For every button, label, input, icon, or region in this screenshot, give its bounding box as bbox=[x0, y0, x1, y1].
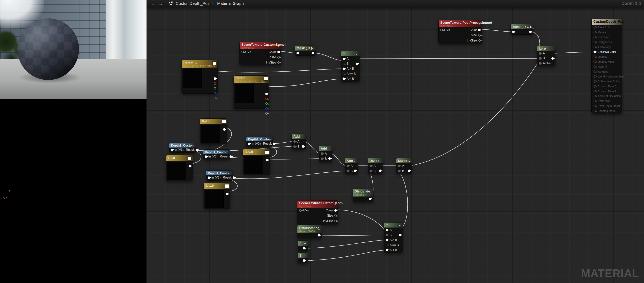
node-param[interactable]: ParamParam (0.188,0.9,0.111,1) bbox=[234, 76, 269, 108]
input-pin[interactable] bbox=[539, 62, 541, 65]
chevron-down-icon[interactable]: ⌄ bbox=[328, 146, 331, 150]
output-pin[interactable] bbox=[379, 170, 382, 172]
input-pin[interactable] bbox=[370, 164, 372, 167]
chevron-down-icon[interactable]: ⌄ bbox=[551, 46, 554, 50]
input-pin[interactable] bbox=[440, 29, 443, 31]
output-pin[interactable] bbox=[303, 247, 305, 250]
output-pin[interactable] bbox=[334, 220, 337, 222]
input-pin[interactable] bbox=[594, 110, 596, 112]
output-pin[interactable] bbox=[226, 193, 228, 195]
output-pin[interactable] bbox=[277, 51, 280, 53]
input-pin[interactable] bbox=[294, 140, 296, 143]
input-pin[interactable] bbox=[594, 36, 596, 38]
chevron-down-icon[interactable]: ⌄ bbox=[277, 44, 280, 48]
node-mask-r[interactable]: Mask ( R )⌄ bbox=[295, 46, 316, 56]
input-pin[interactable] bbox=[594, 26, 596, 28]
input-pin[interactable] bbox=[242, 51, 244, 53]
output-pin[interactable] bbox=[399, 234, 401, 236]
input-pin[interactable] bbox=[294, 146, 296, 148]
input-pin[interactable] bbox=[594, 60, 596, 63]
output-pin[interactable] bbox=[334, 209, 337, 212]
output-pin[interactable] bbox=[223, 128, 226, 131]
node-add-1[interactable]: Add⌄ AB bbox=[292, 134, 306, 149]
input-pin[interactable] bbox=[594, 85, 596, 88]
node-const-1-0-0[interactable]: 1,0,0 bbox=[166, 155, 192, 181]
input-pin[interactable] bbox=[205, 155, 207, 158]
input-pin[interactable] bbox=[539, 52, 541, 55]
chevron-down-icon[interactable]: ⌄ bbox=[354, 159, 356, 163]
node-add-2[interactable]: Add⌄ AB bbox=[319, 146, 332, 162]
node-depth-custom-d[interactable]: Depth1_Custom In (V3)Result bbox=[206, 171, 232, 180]
output-pin[interactable] bbox=[273, 142, 275, 145]
output-pin[interactable] bbox=[232, 176, 235, 179]
channel-pin[interactable] bbox=[214, 92, 216, 94]
input-pin[interactable] bbox=[386, 229, 388, 231]
input-pin[interactable] bbox=[342, 68, 345, 70]
node-lerp[interactable]: Lerp⌄ ABAlpha bbox=[537, 46, 555, 66]
chevron-down-icon[interactable]: ⌄ bbox=[379, 159, 382, 163]
node-material-output[interactable]: CustomDepth_PosBase ColorMetallicSpecula… bbox=[592, 19, 622, 113]
chevron-down-icon[interactable]: ⌄ bbox=[478, 22, 480, 26]
input-pin[interactable] bbox=[594, 75, 596, 78]
node-depth-custom-a[interactable]: Depth1_Custom In (V3)Result bbox=[169, 143, 196, 152]
chevron-down-icon[interactable]: ⌄ bbox=[356, 52, 358, 56]
preview-toggle-square[interactable] bbox=[264, 77, 268, 80]
input-pin[interactable] bbox=[386, 239, 388, 241]
input-pin[interactable] bbox=[171, 149, 173, 151]
input-pin[interactable] bbox=[398, 170, 400, 172]
chevron-down-icon[interactable]: ⌄ bbox=[312, 46, 314, 50]
output-pin[interactable] bbox=[478, 39, 481, 42]
output-pin[interactable] bbox=[303, 259, 305, 262]
channel-pin[interactable] bbox=[214, 87, 216, 90]
channel-pin[interactable] bbox=[265, 107, 268, 110]
input-pin[interactable] bbox=[342, 58, 345, 60]
input-pin[interactable] bbox=[594, 105, 596, 107]
input-pin[interactable] bbox=[346, 170, 349, 172]
node-const-neg1-0-0[interactable]: -1,0,0 bbox=[243, 149, 270, 175]
channel-pin[interactable] bbox=[265, 102, 268, 105]
output-pin[interactable] bbox=[277, 56, 280, 58]
preview-toggle-square[interactable] bbox=[188, 157, 191, 160]
preview-toggle-square[interactable] bbox=[222, 120, 226, 124]
forward-arrow-icon[interactable]: → bbox=[158, 1, 163, 6]
preview-toggle-square[interactable] bbox=[265, 150, 269, 154]
preview-toggle-square[interactable] bbox=[213, 62, 216, 65]
output-pin[interactable] bbox=[277, 61, 280, 64]
output-pin[interactable] bbox=[312, 52, 314, 54]
node-add-3[interactable]: Add⌄ AB bbox=[345, 158, 358, 174]
chevron-down-icon[interactable]: ⌄ bbox=[304, 241, 306, 245]
back-arrow-icon[interactable]: ← bbox=[151, 1, 156, 6]
output-pin[interactable] bbox=[265, 92, 268, 95]
input-pin[interactable] bbox=[594, 80, 596, 83]
input-pin[interactable] bbox=[386, 244, 388, 246]
input-pin[interactable] bbox=[594, 56, 596, 58]
node-multiply[interactable]: Multiply⌄ AB bbox=[396, 158, 412, 174]
node-const-0-neg1-0-top[interactable]: 0,-1,0 bbox=[200, 119, 227, 144]
channel-pin[interactable] bbox=[265, 98, 268, 100]
input-pin[interactable] bbox=[346, 164, 349, 167]
node-param-1[interactable]: Param_1Param (0.9,0.172,0.316,1) bbox=[182, 60, 218, 94]
chevron-down-icon[interactable]: ⌄ bbox=[304, 253, 306, 257]
input-pin[interactable] bbox=[321, 158, 323, 160]
chevron-down-icon[interactable]: ⌄ bbox=[529, 25, 532, 29]
input-pin[interactable] bbox=[594, 95, 596, 98]
output-pin[interactable] bbox=[328, 157, 331, 160]
node-depth-custom-c[interactable]: Depth1_Custom In (V3)Result bbox=[246, 137, 272, 147]
input-pin[interactable] bbox=[594, 100, 596, 102]
preview-toggle-square[interactable] bbox=[225, 184, 229, 188]
chevron-down-icon[interactable]: ⌄ bbox=[398, 223, 401, 227]
input-pin[interactable] bbox=[594, 31, 596, 34]
output-pin[interactable] bbox=[266, 159, 268, 161]
node-mask-rgb[interactable]: Mask ( R G B )⌄ bbox=[511, 24, 533, 34]
input-pin[interactable] bbox=[594, 70, 596, 73]
input-pin[interactable] bbox=[386, 234, 388, 236]
node-depth-custom-b[interactable]: Depth1_Custom In (V3)Result bbox=[203, 150, 230, 159]
node-divide-de[interactable]: Divide_deParam (4)⌄ bbox=[353, 189, 373, 202]
output-pin[interactable] bbox=[529, 30, 532, 33]
node-off-distance[interactable]: OffDisstanceParam (1000)⌄ bbox=[298, 226, 322, 238]
input-pin[interactable] bbox=[594, 90, 596, 92]
node-const-0[interactable]: 0⌄ bbox=[298, 241, 308, 251]
chevron-down-icon[interactable]: ⌄ bbox=[318, 227, 320, 231]
node-postprocess-input0[interactable]: SceneTexture:PostProcessInput0Input Data… bbox=[438, 20, 482, 44]
output-pin[interactable] bbox=[214, 77, 216, 80]
